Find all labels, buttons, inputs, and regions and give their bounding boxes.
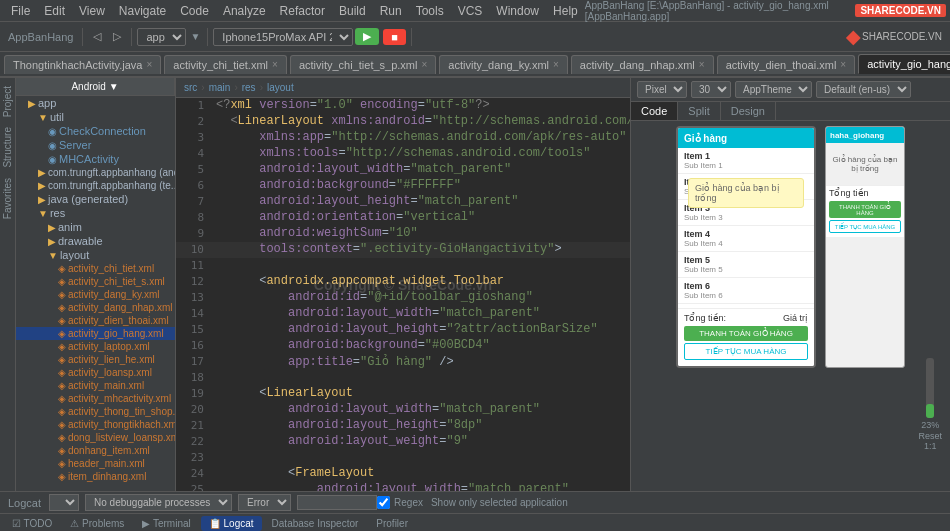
tree-item-main[interactable]: ◈activity_main.xml (16, 379, 175, 392)
run-button[interactable]: ▶ (355, 28, 379, 45)
tab-chitiets[interactable]: activity_chi_tiet_s_p.xml× (290, 55, 436, 74)
tree-item-thongtikhach[interactable]: ◈activity_thongtikhach.xml (16, 418, 175, 431)
toolbar-back-btn[interactable]: ◁ (88, 28, 106, 45)
bottom-tab-todo[interactable]: ☑ TODO (4, 516, 60, 531)
stop-button[interactable]: ■ (383, 29, 406, 45)
tree-item-pkg-main[interactable]: ▶com.trungft.appbanhang (and... (16, 166, 175, 179)
toolbar-forward-btn[interactable]: ▷ (108, 28, 126, 45)
code-line-19[interactable]: 19 <LinearLayout (176, 386, 630, 402)
breadcrumb-res[interactable]: res (242, 82, 256, 93)
code-line-13[interactable]: 13 android:id="@+id/toolbar_gioshang" (176, 290, 630, 306)
tab-code[interactable]: Code (631, 102, 678, 120)
tree-item-util[interactable]: ▼util (16, 110, 175, 124)
tab-dangky[interactable]: activity_dang_ky.xml× (439, 55, 568, 74)
code-line-17[interactable]: 17 app:title="Giỏ hàng" /> (176, 354, 630, 370)
bottom-tab-logcat[interactable]: 📋 Logcat (201, 516, 262, 531)
tree-item-layout[interactable]: ▼layout (16, 248, 175, 262)
tree-item-pkg-test[interactable]: ▶com.trungft.appbanhang (te... (16, 179, 175, 192)
code-line-20[interactable]: 20 android:layout_width="match_parent" (176, 402, 630, 418)
tree-item-drawable[interactable]: ▶drawable (16, 234, 175, 248)
tree-item-loansp[interactable]: ◈activity_loansp.xml (16, 366, 175, 379)
tab-split[interactable]: Split (678, 102, 720, 120)
menu-file[interactable]: File (4, 2, 37, 20)
code-line-6[interactable]: 6 android:background="#FFFFFF" (176, 178, 630, 194)
code-line-24[interactable]: 24 <FrameLayout (176, 466, 630, 482)
menu-view[interactable]: View (72, 2, 112, 20)
code-line-21[interactable]: 21 android:layout_height="8dp" (176, 418, 630, 434)
menu-navigate[interactable]: Navigate (112, 2, 173, 20)
run-config-select[interactable]: app (137, 28, 186, 46)
code-line-7[interactable]: 7 android:layout_height="match_parent" (176, 194, 630, 210)
theme-select[interactable]: AppTheme (735, 81, 812, 98)
code-line-15[interactable]: 15 android:layout_height="?attr/actionBa… (176, 322, 630, 338)
tree-item-donhang[interactable]: ◈donhang_item.xml (16, 444, 175, 457)
tree-item-mhc[interactable]: ◈activity_mhcactivity.xml (16, 392, 175, 405)
tree-item-res[interactable]: ▼res (16, 206, 175, 220)
pixel-select[interactable]: Pixel (637, 81, 687, 98)
tree-item-laptop[interactable]: ◈activity_laptop.xml (16, 340, 175, 353)
code-line-16[interactable]: 16 android:background="#00BCD4" (176, 338, 630, 354)
bottom-tab-terminal[interactable]: ▶ Terminal (134, 516, 198, 531)
tree-item-giohang[interactable]: ◈activity_gio_hang.xml (16, 327, 175, 340)
tree-item-thongtin[interactable]: ◈activity_thong_tin_shop.xml (16, 405, 175, 418)
tree-item-anim[interactable]: ▶anim (16, 220, 175, 234)
tab-giohang[interactable]: activity_gio_hang.xml× (858, 54, 950, 74)
tree-item-dienthoai[interactable]: ◈activity_dien_thoai.xml (16, 314, 175, 327)
code-line-11[interactable]: 11 (176, 258, 630, 274)
menu-build[interactable]: Build (332, 2, 373, 20)
code-editor[interactable]: src › main › res › layout 1 <?xml versio… (176, 78, 630, 491)
level-dropdown[interactable]: Error (238, 494, 291, 511)
menu-help[interactable]: Help (546, 2, 585, 20)
tree-item-item-dinhang[interactable]: ◈item_dinhang.xml (16, 470, 175, 483)
breadcrumb-src[interactable]: src (184, 82, 197, 93)
breadcrumb-layout[interactable]: layout (267, 82, 294, 93)
tree-item-mhcactivity[interactable]: ◉MHCActivity (16, 152, 175, 166)
code-line-9[interactable]: 9 android:weightSum="10" (176, 226, 630, 242)
code-line-22[interactable]: 22 android:layout_weight="9" (176, 434, 630, 450)
tree-item-chitiets[interactable]: ◈activity_chi_tiet_s.xml (16, 275, 175, 288)
tab-thongtin[interactable]: ThongtinkhachActivity.java× (4, 55, 161, 74)
menu-refactor[interactable]: Refactor (273, 2, 332, 20)
menu-window[interactable]: Window (489, 2, 546, 20)
code-line-5[interactable]: 5 android:layout_width="match_parent" (176, 162, 630, 178)
code-line-2[interactable]: 2 <LinearLayout xmlns:android="http://sc… (176, 114, 630, 130)
tab-dienthoai[interactable]: activity_dien_thoai.xml× (717, 55, 856, 74)
project-panel-label[interactable]: Project (0, 82, 15, 121)
bottom-tab-problems[interactable]: ⚠ Problems (62, 516, 132, 531)
tree-item-chitiet[interactable]: ◈activity_chi_tiet.xml (16, 262, 175, 275)
tree-item-dong-listview[interactable]: ◈dong_listview_loansp.xml (16, 431, 175, 444)
structure-panel-label[interactable]: Structure (0, 123, 15, 172)
tree-item-server[interactable]: ◉Server (16, 138, 175, 152)
code-line-10[interactable]: 10 tools:context=".ectivity-GioHangactiv… (176, 242, 630, 258)
menu-code[interactable]: Code (173, 2, 216, 20)
bottom-tab-db[interactable]: Database Inspector (264, 516, 367, 531)
code-line-8[interactable]: 8 android:orientation="vertical" (176, 210, 630, 226)
device-dropdown[interactable]: No connected devices (49, 494, 79, 511)
tab-dangnhap[interactable]: activity_dang_nhap.xml× (571, 55, 714, 74)
code-line-3[interactable]: 3 xmlns:app="http://schemas.android.com/… (176, 130, 630, 146)
menu-tools[interactable]: Tools (409, 2, 451, 20)
tree-item-dangnhap[interactable]: ◈activity_dang_nhap.xml (16, 301, 175, 314)
process-dropdown[interactable]: No debuggable processes (85, 494, 232, 511)
favorites-panel-label[interactable]: Favorites (0, 174, 15, 223)
tree-item-header[interactable]: ◈header_main.xml (16, 457, 175, 470)
menu-vcs[interactable]: VCS (451, 2, 490, 20)
code-line-12[interactable]: 12 <androidx.appcompat.widget.Toolbar (176, 274, 630, 290)
zoom-select[interactable]: 30 (691, 81, 731, 98)
locale-select[interactable]: Default (en-us) (816, 81, 911, 98)
menu-run[interactable]: Run (373, 2, 409, 20)
code-line-4[interactable]: 4 xmlns:tools="http://schemas.android.co… (176, 146, 630, 162)
tab-design[interactable]: Design (721, 102, 776, 120)
device-select[interactable]: Iphone15ProMax API 29 (213, 28, 353, 46)
tree-item-lienhe[interactable]: ◈activity_lien_he.xml (16, 353, 175, 366)
regex-checkbox[interactable] (377, 496, 390, 509)
sidebar-tab-android[interactable]: Android ▼ (16, 78, 175, 95)
menu-analyze[interactable]: Analyze (216, 2, 273, 20)
tree-item-app[interactable]: ▶app (16, 96, 175, 110)
tree-item-checkconn[interactable]: ◉CheckConnection (16, 124, 175, 138)
code-line-18[interactable]: 18 (176, 370, 630, 386)
code-line-14[interactable]: 14 android:layout_width="match_parent" (176, 306, 630, 322)
tree-item-dangky[interactable]: ◈activity_dang_ky.xml (16, 288, 175, 301)
logcat-search-input[interactable] (297, 495, 377, 510)
code-line-1[interactable]: 1 <?xml version="1.0" encoding="utf-8"?> (176, 98, 630, 114)
